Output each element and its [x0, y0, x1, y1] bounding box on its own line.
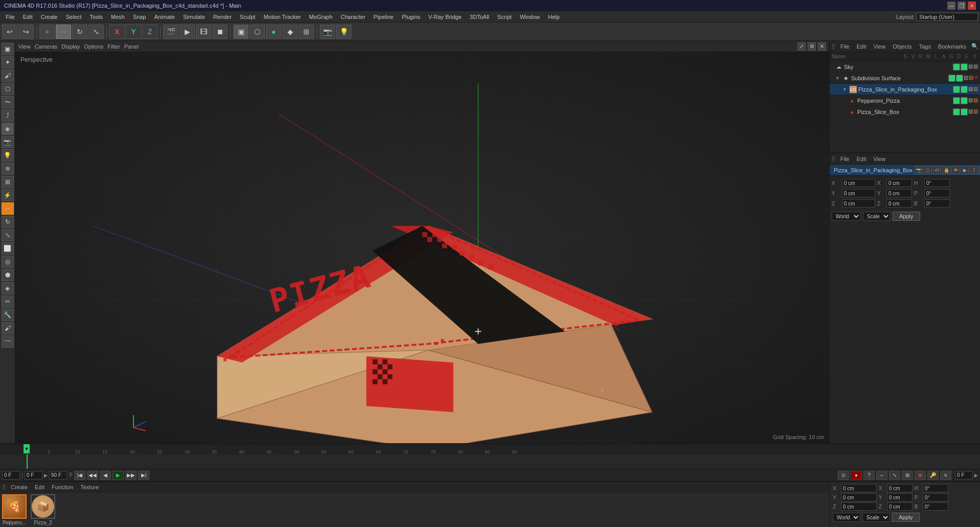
viewport-settings-button[interactable]: ⚙ [808, 42, 816, 51]
tool-model[interactable]: ▣ [2, 43, 14, 55]
tool-spline[interactable]: 〜 [2, 96, 14, 108]
menu-pipeline[interactable]: Pipeline [370, 13, 397, 21]
menu-snap[interactable]: Snap [129, 13, 150, 21]
tool-light[interactable]: 💡 [2, 149, 14, 162]
render-view-button[interactable]: ▶ [180, 25, 195, 39]
attr-icon-camera[interactable]: 📷 [915, 166, 923, 174]
viewport-menu-options[interactable]: Options [84, 43, 103, 50]
tool-paint[interactable]: 🖌 [2, 70, 14, 82]
objmgr-menu-objects[interactable]: Objects [890, 43, 914, 50]
coord-h[interactable] [923, 484, 948, 492]
attrmgr-menu-edit[interactable]: Edit [855, 156, 868, 162]
menu-3dtoall[interactable]: 3DToAll [466, 13, 493, 21]
tool-scale[interactable]: ⤡ [2, 229, 14, 241]
slicebox-visible-dot[interactable] [953, 108, 960, 116]
apply-coords-button[interactable]: Apply [892, 513, 920, 522]
objmgr-menu-bookmarks[interactable]: Bookmarks [936, 43, 968, 50]
tool-smooth[interactable]: 〰 [2, 335, 14, 348]
attr-x-pos-input[interactable] [842, 179, 875, 187]
coord-b[interactable] [923, 502, 948, 511]
viewport-maximize-button[interactable]: ⤢ [797, 42, 806, 51]
move-tool-button[interactable]: ↔ [56, 25, 71, 39]
tool-knife[interactable]: ✂ [2, 295, 14, 308]
menu-window[interactable]: Window [516, 13, 543, 21]
objmgr-menu-edit[interactable]: Edit [855, 43, 868, 50]
attr-icon-lock[interactable]: 🔒 [942, 166, 950, 174]
tool-dynamics[interactable]: ⚡ [2, 189, 14, 201]
attr-icon-render[interactable]: ▶ [961, 166, 969, 174]
scale-keys-button[interactable]: ⤡ [889, 471, 900, 480]
interactive-render-button[interactable]: ⏹ [212, 25, 228, 39]
mat-menu-texture[interactable]: Texture [78, 484, 101, 490]
attr-icon-tag[interactable]: 🏷 [933, 166, 941, 174]
coord-y-size[interactable] [887, 493, 912, 501]
attr-p-rot-input[interactable] [924, 189, 950, 197]
object-row-slice-box[interactable]: ▲ Pizza_Slice_Box ▧ ▧ [830, 106, 980, 118]
scale-tool-button[interactable]: ⤡ [88, 25, 104, 39]
coord-z-size[interactable] [887, 502, 912, 511]
pepperoni-render-dot[interactable] [961, 97, 968, 104]
help-button[interactable]: ? [863, 471, 875, 480]
end-frame-input[interactable] [49, 471, 67, 479]
subdiv-x[interactable]: ✕ [974, 75, 978, 82]
menu-help[interactable]: Help [545, 13, 564, 21]
subdiv-visible-dot[interactable] [948, 75, 955, 82]
pizzabox-visible-dot[interactable] [953, 86, 960, 93]
world-select[interactable]: World [833, 513, 860, 522]
edge-mode-button[interactable]: ⬡ [250, 25, 265, 39]
menu-mesh[interactable]: Mesh [107, 13, 128, 21]
subdiv-render-dot[interactable] [956, 75, 963, 82]
pepperoni-visible-dot[interactable] [953, 97, 960, 104]
record-keyframe-button[interactable]: ⊙ [838, 471, 849, 480]
tool-polygon[interactable]: ⬡ [2, 83, 14, 95]
sky-visible-dot[interactable] [953, 63, 960, 71]
apply-button[interactable]: Apply [893, 212, 920, 221]
frame-counter-display[interactable] [955, 471, 973, 479]
current-frame-input[interactable] [2, 471, 20, 479]
menu-motion-tracker[interactable]: Motion Tracker [260, 13, 304, 21]
tool-brush[interactable]: 🖌 [2, 322, 14, 334]
attr-y-size-input[interactable] [886, 189, 912, 197]
object-row-sky[interactable]: ☁ Sky ▧ ▧ [830, 61, 980, 73]
attr-h-rot-input[interactable] [924, 179, 950, 187]
viewport-close-button[interactable]: ✕ [818, 42, 826, 51]
menu-vray-bridge[interactable]: V-Ray Bridge [425, 13, 465, 21]
viewport-menu-view[interactable]: View [18, 43, 31, 50]
scheme-button[interactable]: ≡ [940, 471, 951, 480]
menu-render[interactable]: Render [210, 13, 235, 21]
object-row-pepperoni[interactable]: ▲ Pepperoni_Pizza ▧ ▧ [830, 95, 980, 106]
menu-create[interactable]: Create [37, 13, 61, 21]
move-keys-button[interactable]: ↔ [876, 471, 887, 480]
pizzabox-render-dot[interactable] [961, 86, 968, 93]
attr-z-size-input[interactable] [886, 199, 912, 208]
undo-button[interactable]: ↩ [2, 25, 17, 39]
step-forward-button[interactable]: ▶▶ [125, 471, 137, 480]
attr-icon-mesh[interactable]: ⬡ [924, 166, 932, 174]
tool-select-live[interactable]: ◎ [2, 256, 14, 268]
menu-character[interactable]: Character [337, 13, 369, 21]
slicebox-render-dot[interactable] [961, 108, 968, 116]
tool-rotate[interactable]: ↻ [2, 216, 14, 228]
key-mode-button[interactable]: 🔑 [927, 471, 939, 480]
scale-dropdown[interactable]: Scale Size [863, 212, 890, 221]
menu-tools[interactable]: Tools [86, 13, 106, 21]
timeline-content[interactable] [0, 454, 980, 469]
viewport-3d[interactable]: PIZZA [15, 52, 829, 443]
scene-content[interactable]: PIZZA [15, 52, 829, 443]
go-end-button[interactable]: ▶| [138, 471, 149, 480]
minimize-button[interactable]: — [947, 2, 955, 10]
auto-key-button[interactable]: ⏺ [915, 471, 926, 480]
rotate-tool-button[interactable]: ↻ [72, 25, 87, 39]
coord-p[interactable] [923, 493, 948, 501]
layout-input[interactable] [917, 13, 978, 21]
start-frame-input[interactable] [25, 471, 42, 479]
y-axis-button[interactable]: Y [126, 25, 141, 39]
attr-z-pos-input[interactable] [842, 199, 875, 208]
render-current-button[interactable]: 🎬 [163, 25, 179, 39]
mat-menu-edit[interactable]: Edit [33, 484, 47, 490]
play-forward-button[interactable]: ▶ [113, 471, 124, 480]
menu-simulate[interactable]: Simulate [180, 13, 209, 21]
menu-animate[interactable]: Animate [151, 13, 179, 21]
tool-magnet[interactable]: 🔧 [2, 309, 14, 321]
scale-select[interactable]: Scale [862, 513, 890, 522]
